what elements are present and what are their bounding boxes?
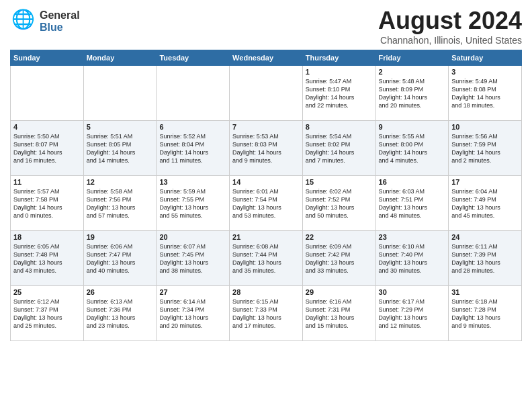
cell-text: and 18 minutes. [451, 101, 519, 109]
day-number: 11 [13, 178, 81, 186]
day-number: 8 [306, 123, 373, 131]
cell-text: Sunset: 7:28 PM [451, 306, 519, 314]
day-cell: 8Sunrise: 5:54 AMSunset: 8:02 PMDaylight… [302, 121, 375, 176]
cell-text: and 22 minutes. [306, 101, 373, 109]
cell-text: Sunset: 7:42 PM [306, 250, 373, 259]
cell-text: and 25 minutes. [13, 322, 81, 330]
cell-text: Daylight: 13 hours [451, 314, 519, 322]
cell-text: Sunrise: 5:58 AM [87, 187, 154, 195]
cell-text: Sunrise: 5:57 AM [13, 187, 81, 195]
cell-text: Daylight: 13 hours [159, 314, 226, 322]
day-number: 9 [379, 123, 446, 131]
cell-text: Daylight: 13 hours [232, 259, 300, 267]
cell-text: Sunset: 7:37 PM [13, 306, 81, 314]
cell-text: and 45 minutes. [451, 212, 519, 220]
cell-text: Daylight: 14 hours [306, 93, 373, 101]
cell-text: Sunset: 8:05 PM [87, 140, 154, 148]
day-cell: 12Sunrise: 5:58 AMSunset: 7:56 PMDayligh… [83, 176, 157, 231]
day-number: 28 [232, 288, 300, 296]
cell-text: and 20 minutes. [159, 322, 226, 330]
cell-text: Daylight: 13 hours [232, 314, 300, 322]
week-row-1: 4Sunrise: 5:50 AMSunset: 8:07 PMDaylight… [11, 121, 522, 176]
cell-text: Sunrise: 5:59 AM [159, 187, 226, 195]
title-area: August 2024 Channahon, Illinois, United … [378, 7, 522, 46]
day-cell: 31Sunrise: 6:18 AMSunset: 7:28 PMDayligh… [449, 286, 522, 341]
day-cell: 4Sunrise: 5:50 AMSunset: 8:07 PMDaylight… [11, 121, 84, 176]
cell-text: and 0 minutes. [13, 212, 81, 220]
day-cell: 3Sunrise: 5:49 AMSunset: 8:08 PMDaylight… [449, 66, 522, 121]
cell-text: Daylight: 13 hours [379, 259, 446, 267]
cell-text: and 7 minutes. [306, 156, 373, 165]
week-row-2: 11Sunrise: 5:57 AMSunset: 7:58 PMDayligh… [11, 176, 522, 231]
day-number: 14 [232, 178, 300, 186]
day-cell [230, 66, 303, 121]
cell-text: Daylight: 14 hours [13, 148, 81, 156]
day-cell [11, 66, 84, 121]
cell-text: Sunset: 7:31 PM [306, 306, 373, 314]
week-row-4: 25Sunrise: 6:12 AMSunset: 7:37 PMDayligh… [11, 286, 522, 341]
day-number: 25 [13, 288, 81, 296]
header: 🌐 General Blue August 2024 Channahon, Il… [10, 7, 522, 46]
day-number: 26 [87, 288, 154, 296]
cell-text: Daylight: 13 hours [379, 314, 446, 322]
cell-text: and 38 minutes. [159, 267, 226, 275]
cell-text: Daylight: 14 hours [451, 148, 519, 156]
logo-blue: Blue [40, 21, 80, 34]
cell-text: Sunset: 7:36 PM [87, 306, 154, 314]
cell-text: Daylight: 14 hours [232, 148, 300, 156]
day-cell: 26Sunrise: 6:13 AMSunset: 7:36 PMDayligh… [83, 286, 157, 341]
day-cell: 19Sunrise: 6:06 AMSunset: 7:47 PMDayligh… [83, 231, 157, 286]
cell-text: Daylight: 13 hours [451, 259, 519, 267]
cell-text: Sunset: 7:45 PM [159, 250, 226, 259]
cell-text: Sunrise: 6:04 AM [451, 187, 519, 195]
day-number: 13 [159, 178, 226, 186]
cell-text: Sunset: 8:02 PM [306, 140, 373, 148]
day-cell: 24Sunrise: 6:11 AMSunset: 7:39 PMDayligh… [449, 231, 522, 286]
cell-text: Sunrise: 6:15 AM [232, 298, 300, 306]
week-row-0: 1Sunrise: 5:47 AMSunset: 8:10 PMDaylight… [11, 66, 522, 121]
cell-text: Sunset: 7:59 PM [451, 140, 519, 148]
cell-text: and 20 minutes. [379, 101, 446, 109]
cell-text: and 12 minutes. [379, 322, 446, 330]
cell-text: Sunset: 7:39 PM [451, 250, 519, 259]
day-number: 3 [451, 68, 519, 76]
cell-text: Sunset: 7:33 PM [232, 306, 300, 314]
day-cell: 27Sunrise: 6:14 AMSunset: 7:34 PMDayligh… [157, 286, 230, 341]
cell-text: Daylight: 13 hours [306, 314, 373, 322]
cell-text: Daylight: 13 hours [379, 203, 446, 212]
cell-text: and 9 minutes. [451, 322, 519, 330]
cell-text: and 50 minutes. [306, 212, 373, 220]
day-number: 22 [306, 233, 373, 241]
day-cell: 7Sunrise: 5:53 AMSunset: 8:03 PMDaylight… [230, 121, 303, 176]
day-number: 6 [159, 123, 226, 131]
day-cell: 9Sunrise: 5:55 AMSunset: 8:00 PMDaylight… [375, 121, 449, 176]
day-number: 19 [87, 233, 154, 241]
cell-text: Sunset: 7:44 PM [232, 250, 300, 259]
header-cell-monday: Monday [83, 50, 157, 66]
cell-text: Sunset: 8:00 PM [379, 140, 446, 148]
cell-text: Sunrise: 6:05 AM [13, 242, 81, 250]
cell-text: and 33 minutes. [306, 267, 373, 275]
subtitle: Channahon, Illinois, United States [378, 35, 522, 46]
cell-text: Sunrise: 6:12 AM [13, 298, 81, 306]
cell-text: Sunset: 7:54 PM [232, 195, 300, 203]
day-cell: 28Sunrise: 6:15 AMSunset: 7:33 PMDayligh… [230, 286, 303, 341]
cell-text: and 17 minutes. [232, 322, 300, 330]
day-number: 27 [159, 288, 226, 296]
calendar-body: 1Sunrise: 5:47 AMSunset: 8:10 PMDaylight… [11, 66, 522, 341]
day-cell: 5Sunrise: 5:51 AMSunset: 8:05 PMDaylight… [83, 121, 157, 176]
cell-text: and 43 minutes. [13, 267, 81, 275]
cell-text: Sunrise: 6:08 AM [232, 242, 300, 250]
day-number: 17 [451, 178, 519, 186]
day-number: 23 [379, 233, 446, 241]
cell-text: Daylight: 13 hours [159, 203, 226, 212]
day-number: 20 [159, 233, 226, 241]
day-number: 21 [232, 233, 300, 241]
cell-text: Sunrise: 5:53 AM [232, 132, 300, 140]
day-number: 10 [451, 123, 519, 131]
day-cell: 11Sunrise: 5:57 AMSunset: 7:58 PMDayligh… [11, 176, 84, 231]
cell-text: Sunset: 7:49 PM [451, 195, 519, 203]
cell-text: Sunset: 7:56 PM [87, 195, 154, 203]
page-container: 🌐 General Blue August 2024 Channahon, Il… [0, 0, 532, 345]
cell-text: Sunset: 7:29 PM [379, 306, 446, 314]
